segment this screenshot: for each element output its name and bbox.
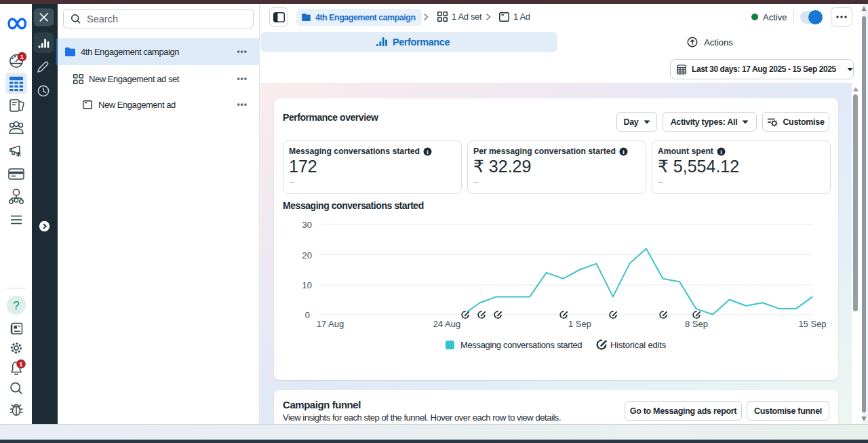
svg-text:20: 20 xyxy=(302,250,312,261)
svg-text:24 Aug: 24 Aug xyxy=(433,319,461,329)
svg-text:Historical edits: Historical edits xyxy=(610,340,667,350)
svg-text:17 Aug: 17 Aug xyxy=(317,319,344,329)
svg-text:1 Sep: 1 Sep xyxy=(568,319,591,329)
svg-text:1: 1 xyxy=(19,360,23,368)
svg-text:1: 1 xyxy=(20,53,24,60)
svg-text:0: 0 xyxy=(305,310,310,320)
svg-text:30: 30 xyxy=(302,220,312,230)
svg-text:15 Sep: 15 Sep xyxy=(798,319,826,329)
svg-text:10: 10 xyxy=(302,280,312,290)
svg-text:8 Sep: 8 Sep xyxy=(685,319,708,329)
svg-text:?: ? xyxy=(13,299,19,312)
svg-text:Messaging conversations starte: Messaging conversations started xyxy=(460,340,582,350)
